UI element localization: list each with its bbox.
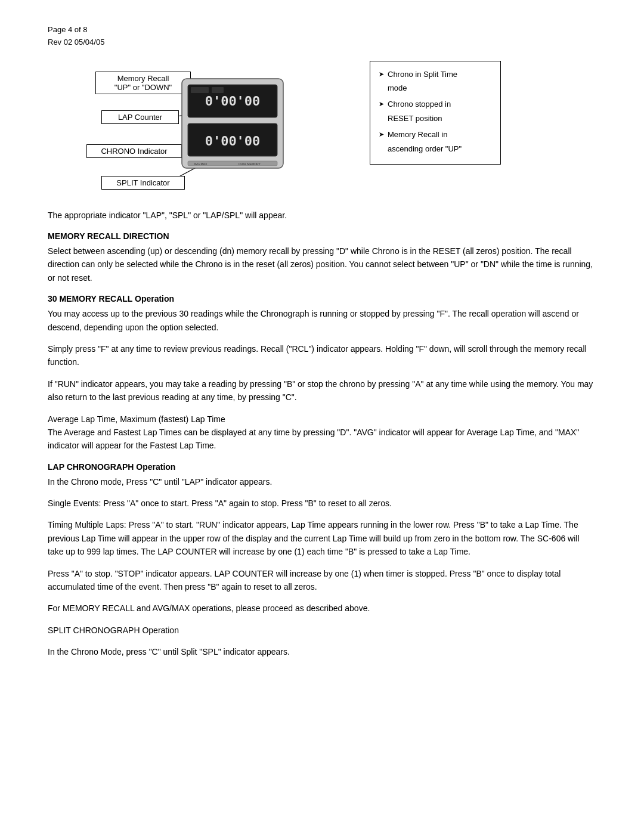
lap-chrono-para-5: For MEMORY RECALL and AVG/MAX operations… (48, 602, 596, 615)
svg-text:0'00'00: 0'00'00 (205, 94, 261, 109)
svg-rect-11 (191, 87, 209, 93)
memory-recall-label: Memory Recall"UP" or "DOWN" (95, 72, 191, 94)
page-info: Page 4 of 8 (48, 24, 596, 36)
diagram-right-box: Chrono in Split Timemode Chrono stopped … (370, 61, 501, 165)
lap-chrono-para-1: In the Chrono mode, Press "C" until "LAP… (48, 475, 596, 488)
rev-info: Rev 02 05/04/05 (48, 36, 596, 49)
page-header: Page 4 of 8 Rev 02 05/04/05 (48, 24, 596, 49)
memory-recall-direction-section: MEMORY RECALL DIRECTION Select between a… (48, 231, 596, 284)
lap-chrono-section: LAP CHRONOGRAPH Operation In the Chrono … (48, 462, 596, 615)
svg-text:0'00'00: 0'00'00 (205, 134, 261, 148)
chrono-indicator-label: CHRONO Indicator (86, 144, 182, 158)
right-item-1: Chrono in Split Timemode (379, 67, 492, 95)
memory-recall-para-3: If "RUN" indicator appears, you may take… (48, 377, 596, 404)
lap-counter-label: LAP Counter (101, 110, 179, 124)
lap-chrono-para-3: Timing Multiple Laps: Press "A" to start… (48, 518, 596, 558)
svg-text:AVG MAX: AVG MAX (194, 162, 208, 166)
diagram-left: Memory Recall"UP" or "DOWN" LAP Counter … (48, 61, 358, 198)
memory-recall-operation-heading: 30 MEMORY RECALL Operation (48, 294, 596, 304)
split-chrono-heading-inline: SPLIT CHRONOGRAPH Operation (48, 624, 596, 637)
svg-text:DUAL MEMORY: DUAL MEMORY (239, 162, 261, 166)
right-item-3: Memory Recall inascending order "UP" (379, 128, 492, 156)
intro-text: The appropriate indicator "LAP", "SPL" o… (48, 209, 596, 222)
watch-image: 0'00'00 0'00'00 AVG MAX DUAL MEMORY (179, 73, 286, 174)
memory-recall-para-4: Average Lap Time, Maximum (fastest) Lap … (48, 413, 596, 453)
lap-chrono-heading: LAP CHRONOGRAPH Operation (48, 462, 596, 472)
split-chrono-section: SPLIT CHRONOGRAPH Operation In the Chron… (48, 624, 596, 659)
memory-recall-direction-content: Select between ascending (up) or descend… (48, 244, 596, 284)
split-chrono-para-1: In the Chrono Mode, press "C" until Spli… (48, 645, 596, 658)
lap-chrono-para-2: Single Events: Press "A" once to start. … (48, 497, 596, 510)
diagram-section: Memory Recall"UP" or "DOWN" LAP Counter … (48, 61, 596, 198)
memory-recall-para-2: Simply press "F" at any time to review p… (48, 342, 596, 369)
memory-recall-operation-section: 30 MEMORY RECALL Operation You may acces… (48, 294, 596, 453)
memory-recall-direction-heading: MEMORY RECALL DIRECTION (48, 231, 596, 241)
memory-recall-para-1: You may access up to the previous 30 rea… (48, 307, 596, 334)
right-item-2: Chrono stopped inRESET position (379, 97, 492, 125)
split-indicator-label: SPLIT Indicator (101, 176, 185, 190)
svg-rect-12 (212, 87, 224, 93)
lap-chrono-para-4: Press "A" to stop. "STOP" indicator appe… (48, 567, 596, 594)
